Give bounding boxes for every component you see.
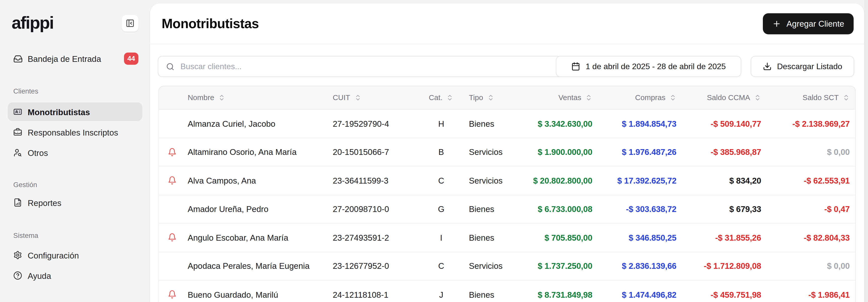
cell-compras: $ 17.392.625,72 [598,176,682,185]
cell-categoria: G [420,204,462,213]
column-header-saldo-ccma[interactable]: Saldo CCMA [682,94,767,102]
cell-categoria: B [420,147,462,157]
search-input[interactable] [179,61,554,71]
cell-saldo-sct: -$ 1.986,41 [767,290,855,299]
sidebar-item-configuracion[interactable]: Configuración [8,246,143,265]
sidebar: afippi Bandeja de Entrada 44 Clientes Mo… [0,0,150,302]
cell-ventas: $ 1.737.250,00 [515,261,598,271]
cell-categoria: I [420,233,462,242]
column-header-label: Ventas [558,94,581,102]
sort-icon [218,94,225,101]
sidebar-item-inbox[interactable]: Bandeja de Entrada 44 [8,50,143,67]
column-header-label: Tipo [469,94,483,102]
cell-nombre: Almanza Curiel, Jacobo [185,119,330,128]
panel-collapse-icon [126,19,134,28]
cell-saldo-ccma: -$ 31.855,26 [682,233,767,242]
table-header-row: NombreCUITCat.TipoVentasComprasSaldo CCM… [159,86,855,109]
sidebar-item-label: Reportes [28,198,61,207]
file-chart-icon [13,198,22,207]
cell-saldo-sct: -$ 82.804,33 [767,233,855,242]
download-list-button[interactable]: Descargar Listado [751,56,854,77]
cell-saldo-sct: -$ 0,47 [767,204,855,213]
column-header-saldo-sct[interactable]: Saldo SCT [767,94,855,102]
cell-ventas: $ 705.850,00 [515,233,598,242]
cell-saldo-sct: $ 0,00 [767,147,855,157]
table-row[interactable]: Altamirano Osorio, Ana María20-15015066-… [159,138,855,166]
cell-ventas: $ 8.731.849,98 [515,290,598,299]
cell-categoria: J [420,290,462,299]
cell-tipo: Bienes [462,119,515,128]
column-header-cat[interactable]: Cat. [420,94,462,102]
column-header-label: Compras [635,94,665,102]
sidebar-item-label: Responsables Inscriptos [28,128,118,137]
sidebar-section-clientes: Clientes [13,88,150,96]
cell-cuit: 27-19529790-4 [331,119,420,128]
cell-tipo: Bienes [462,290,515,299]
sidebar-item-label: Configuración [28,250,79,260]
sort-icon [843,94,850,101]
sort-icon [669,94,677,101]
cell-cuit: 27-20098710-0 [331,204,420,213]
column-header-ventas[interactable]: Ventas [515,94,598,102]
download-list-label: Descargar Listado [777,62,842,71]
inbox-icon [13,54,23,63]
cell-saldo-sct: $ 0,00 [767,261,855,271]
sidebar-item-monotributistas[interactable]: Monotributistas [8,102,143,121]
cell-categoria: C [420,176,462,185]
sidebar-section-sistema: Sistema [13,232,150,240]
bell-alert-icon [159,233,185,242]
table-row[interactable]: Angulo Escobar, Ana María23-27493591-2IB… [159,224,855,252]
table-row[interactable]: Bueno Guardado, Marilú24-12118108-1JBien… [159,281,855,302]
date-range-label: 1 de abril de 2025 - 28 de abril de 2025 [586,62,726,71]
cell-compras: $ 346.850,25 [598,233,682,242]
cell-categoria: C [420,261,462,271]
search-icon [166,62,174,71]
sidebar-collapse-button[interactable] [122,15,138,31]
sidebar-item-ayuda[interactable]: Ayuda [8,266,143,285]
cell-cuit: 23-36411599-3 [331,176,420,185]
date-range-button[interactable]: 1 de abril de 2025 - 28 de abril de 2025 [556,56,741,77]
sidebar-item-responsables-inscriptos[interactable]: Responsables Inscriptos [8,123,143,141]
cell-saldo-ccma: -$ 385.968,87 [682,147,767,157]
bell-alert-icon [159,290,185,299]
table-row[interactable]: Amador Ureña, Pedro27-20098710-0GBienes$… [159,195,855,224]
add-client-button[interactable]: Agregar Cliente [763,13,854,34]
table-row[interactable]: Alva Campos, Ana23-36411599-3CServicios$… [159,166,855,195]
app-logo: afippi [11,13,53,33]
sidebar-item-label: Otros [28,148,48,158]
bell-alert-icon [159,147,185,157]
cell-saldo-sct: -$ 2.138.969,27 [767,119,855,128]
column-header-label: Saldo CCMA [707,94,750,102]
sidebar-item-label: Ayuda [28,271,51,280]
app-root: afippi Bandeja de Entrada 44 Clientes Mo… [0,0,868,302]
table-row[interactable]: Apodaca Perales, María Eugenia23-1267795… [159,252,855,280]
cell-cuit: 23-12677952-0 [331,261,420,271]
search-box [158,56,561,77]
help-icon [13,271,22,280]
gear-icon [13,251,22,260]
cell-ventas: $ 3.342.630,00 [515,119,598,128]
cell-nombre: Angulo Escobar, Ana María [185,233,330,242]
sort-icon [354,94,361,101]
clients-table: NombreCUITCat.TipoVentasComprasSaldo CCM… [158,86,856,302]
scrollbar-track[interactable] [864,0,868,302]
table-body: Almanza Curiel, Jacobo27-19529790-4HBien… [159,110,855,302]
cell-tipo: Servicios [462,147,515,157]
column-header-nombre[interactable]: Nombre [185,94,330,102]
add-client-label: Agregar Cliente [786,19,844,28]
column-header-compras[interactable]: Compras [598,94,682,102]
cell-compras: $ 2.836.139,66 [598,261,682,271]
column-header-cuit[interactable]: CUIT [331,94,420,102]
sidebar-item-otros[interactable]: Otros [8,143,143,162]
inbox-count-badge: 44 [124,53,138,65]
sort-icon [487,94,494,101]
column-header-tipo[interactable]: Tipo [462,94,515,102]
cell-ventas: $ 1.900.000,00 [515,147,598,157]
cell-nombre: Amador Ureña, Pedro [185,204,330,213]
cell-compras: $ 1.976.487,26 [598,147,682,157]
cell-tipo: Bienes [462,204,515,213]
table-row[interactable]: Almanza Curiel, Jacobo27-19529790-4HBien… [159,110,855,138]
sidebar-item-reportes[interactable]: Reportes [8,193,143,212]
sidebar-item-label: Monotributistas [28,107,90,116]
cell-saldo-ccma: $ 834,20 [682,176,767,185]
